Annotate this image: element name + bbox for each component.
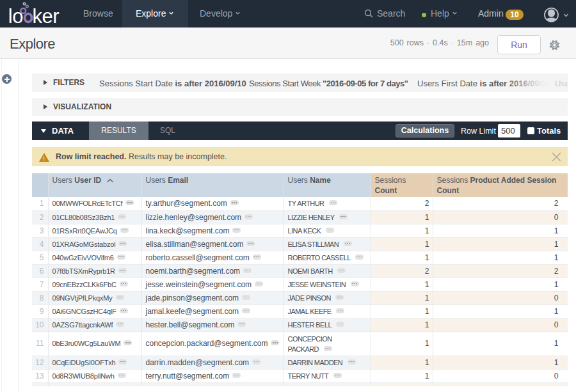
svg-text:ker: ker (33, 5, 60, 27)
